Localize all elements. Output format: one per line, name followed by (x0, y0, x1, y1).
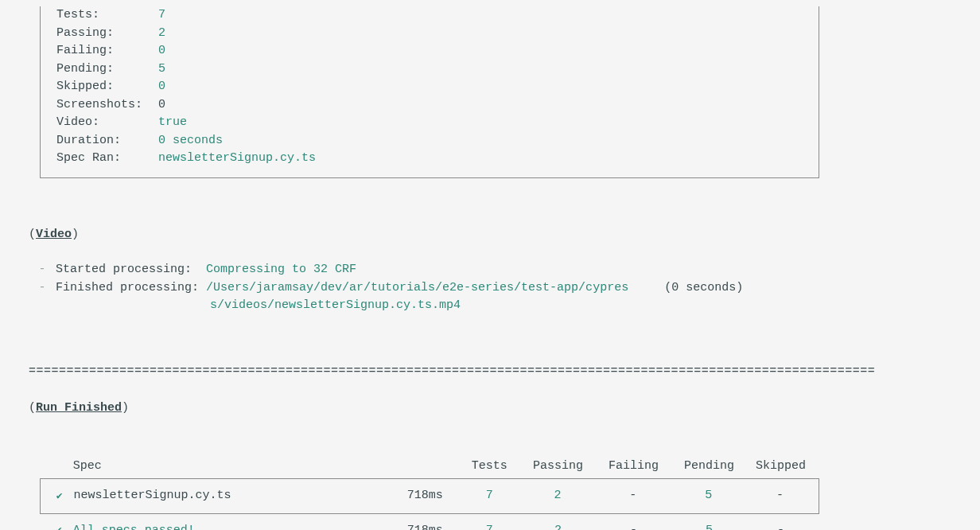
stat-value: 0 (158, 78, 165, 96)
results-stats-box: Tests: 7 Passing: 2 Failing: 0 Pending: … (40, 6, 819, 178)
stat-spec-ran: Spec Ran: newsletterSignup.cy.ts (56, 150, 803, 168)
stat-label: Failing: (56, 42, 158, 60)
col-passing-header: Passing (520, 458, 596, 476)
col-skipped-header: Skipped (747, 458, 815, 476)
stat-skipped: Skipped: 0 (56, 78, 803, 96)
col-tests-header: Tests (459, 458, 520, 476)
checkmark-icon: ✔ (45, 489, 74, 505)
passing-count: 2 (520, 522, 596, 531)
summary-text: All specs passed! (73, 522, 356, 531)
stat-value: 0 (158, 96, 165, 115)
stat-failing: Failing: 0 (56, 42, 803, 60)
video-finished-line: - Finished processing: /Users/jaramsay/d… (29, 279, 951, 298)
finished-timing: (0 seconds) (664, 279, 743, 298)
col-check-header (45, 458, 73, 476)
tests-count: 7 (459, 487, 520, 505)
finished-label: Finished processing: (56, 279, 199, 298)
stat-label: Pending: (56, 60, 158, 79)
stat-value: newsletterSignup.cy.ts (158, 150, 316, 168)
failing-count: - (595, 487, 671, 505)
col-failing-header: Failing (596, 458, 671, 476)
skipped-count: - (746, 487, 814, 505)
stat-label: Duration: (56, 132, 158, 150)
col-spec-header: Spec (73, 458, 356, 476)
stat-passing: Passing: 2 (56, 25, 803, 43)
video-section-header: (Video) (29, 226, 951, 244)
stat-label: Spec Ran: (56, 150, 158, 168)
col-pending-header: Pending (671, 458, 747, 476)
col-duration-header (356, 458, 459, 476)
finished-value-1: /Users/jaramsay/dev/ar/tutorials/e2e-ser… (206, 279, 628, 298)
duration: 718ms (356, 487, 459, 505)
duration: 718ms (356, 522, 459, 531)
stat-label: Video: (56, 114, 158, 132)
section-divider: ========================================… (29, 363, 951, 381)
stat-label: Tests: (56, 6, 158, 25)
stat-value: 5 (158, 60, 165, 79)
passing-count: 2 (520, 487, 596, 505)
video-processing-lines: - Started processing: Compressing to 32 … (29, 261, 951, 315)
started-label: Started processing: (56, 261, 192, 279)
stat-duration: Duration: 0 seconds (56, 132, 803, 150)
stat-value: 7 (158, 6, 165, 25)
stat-label: Screenshots: (56, 96, 158, 115)
video-started-line: - Started processing: Compressing to 32 … (29, 261, 951, 279)
stat-value: 0 (158, 42, 165, 60)
stat-value: 0 seconds (158, 132, 223, 150)
stat-tests: Tests: 7 (56, 6, 803, 25)
tests-count: 7 (459, 522, 520, 531)
spec-name: newsletterSignup.cy.ts (74, 487, 356, 505)
stat-pending: Pending: 5 (56, 60, 803, 79)
run-finished-header: (Run Finished) (29, 399, 951, 418)
run-finished-title: Run Finished (36, 401, 122, 415)
table-summary-row: ✔ All specs passed! 718ms 7 2 - 5 - (40, 514, 819, 531)
pending-count: 5 (671, 522, 747, 531)
stat-label: Skipped: (56, 78, 158, 96)
stat-label: Passing: (56, 25, 158, 43)
finished-value-2: s/videos/newsletterSignup.cy.ts.mp4 (210, 297, 461, 315)
skipped-count: - (747, 522, 815, 531)
failing-count: - (596, 522, 671, 531)
stat-value: 2 (158, 25, 165, 43)
bullet-icon: - (29, 261, 56, 279)
bullet-icon: - (29, 279, 56, 298)
stat-screenshots: Screenshots: 0 (56, 96, 803, 115)
table-header-row: Spec Tests Passing Failing Pending Skipp… (40, 458, 819, 479)
stat-value: true (158, 114, 187, 132)
table-row: ✔ newsletterSignup.cy.ts 718ms 7 2 - 5 - (40, 478, 819, 514)
pending-count: 5 (671, 487, 746, 505)
checkmark-icon: ✔ (45, 523, 73, 530)
results-table: Spec Tests Passing Failing Pending Skipp… (40, 458, 819, 531)
video-title: Video (36, 228, 72, 241)
video-finished-line2: s/videos/newsletterSignup.cy.ts.mp4 (29, 297, 951, 315)
started-value: Compressing to 32 CRF (206, 261, 356, 279)
stat-video: Video: true (56, 114, 803, 132)
